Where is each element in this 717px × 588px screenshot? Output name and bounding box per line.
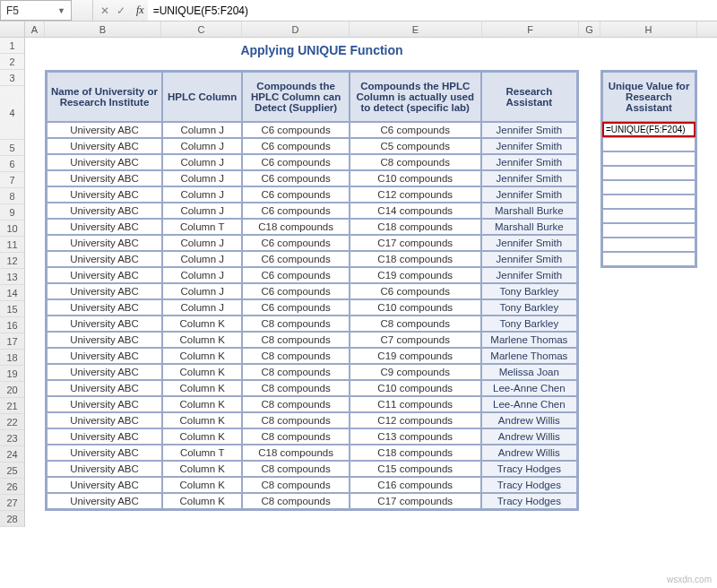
cell-b[interactable]: University ABC xyxy=(47,380,162,396)
row-header-6[interactable]: 6 xyxy=(0,156,24,172)
cell-f[interactable]: Marlene Thomas xyxy=(481,348,577,364)
cell-f[interactable]: Jennifer Smith xyxy=(481,170,577,186)
cell-d[interactable]: C6 compounds xyxy=(242,235,349,251)
unique-empty-cell[interactable] xyxy=(602,238,695,252)
cell-c[interactable]: Column J xyxy=(162,267,242,283)
cell-e[interactable]: C6 compounds xyxy=(350,122,481,138)
cell-c[interactable]: Column J xyxy=(162,138,242,154)
cell-b[interactable]: University ABC xyxy=(47,203,162,219)
cell-b[interactable]: University ABC xyxy=(47,122,162,138)
cell-d[interactable]: C8 compounds xyxy=(242,428,349,445)
cell-c[interactable]: Column J xyxy=(162,283,242,299)
cell-f[interactable]: Jennifer Smith xyxy=(481,186,577,203)
cell-c[interactable]: Column K xyxy=(162,428,242,445)
cell-f[interactable]: Tony Barkley xyxy=(481,299,577,316)
cell-d[interactable]: C6 compounds xyxy=(242,170,349,186)
cell-b[interactable]: University ABC xyxy=(47,170,162,186)
cell-c[interactable]: Column K xyxy=(162,364,242,380)
cell-e[interactable]: C5 compounds xyxy=(350,138,481,154)
cancel-icon[interactable]: ✕ xyxy=(100,4,109,17)
column-header-a[interactable]: A xyxy=(25,22,45,37)
cell-e[interactable]: C9 compounds xyxy=(350,364,481,380)
cell-c[interactable]: Column T xyxy=(162,445,242,461)
cell-b[interactable]: University ABC xyxy=(47,299,162,316)
cell-f[interactable]: Lee-Anne Chen xyxy=(481,380,577,396)
cell-d[interactable]: C6 compounds xyxy=(242,138,349,154)
cell-b[interactable]: University ABC xyxy=(47,493,162,509)
cell-b[interactable]: University ABC xyxy=(47,138,162,154)
fx-icon[interactable]: fx xyxy=(133,0,148,21)
cell-d[interactable]: C6 compounds xyxy=(242,283,349,299)
row-header-17[interactable]: 17 xyxy=(0,333,24,350)
cell-d[interactable]: C6 compounds xyxy=(242,267,349,283)
column-header-g[interactable]: G xyxy=(579,22,600,37)
column-header-c[interactable]: C xyxy=(161,22,242,37)
cell-e[interactable]: C17 compounds xyxy=(350,493,481,509)
cell-c[interactable]: Column K xyxy=(162,396,242,412)
unique-empty-cell[interactable] xyxy=(602,195,695,209)
cell-e[interactable]: C19 compounds xyxy=(350,267,481,283)
cell-b[interactable]: University ABC xyxy=(47,186,162,203)
cell-f[interactable]: Andrew Willis xyxy=(481,412,577,428)
row-header-21[interactable]: 21 xyxy=(0,398,24,414)
cell-d[interactable]: C8 compounds xyxy=(242,493,349,509)
cell-e[interactable]: C15 compounds xyxy=(350,461,481,477)
cell-b[interactable]: University ABC xyxy=(47,332,162,348)
cell-c[interactable]: Column K xyxy=(162,348,242,364)
row-header-28[interactable]: 28 xyxy=(0,511,24,527)
cell-c[interactable]: Column J xyxy=(162,299,242,316)
cell-f[interactable]: Jennifer Smith xyxy=(481,267,577,283)
cell-d[interactable]: C8 compounds xyxy=(242,477,349,493)
row-header-23[interactable]: 23 xyxy=(0,430,24,446)
cell-f[interactable]: Tracy Hodges xyxy=(481,461,577,477)
cell-d[interactable]: C8 compounds xyxy=(242,380,349,396)
cell-f[interactable]: Tracy Hodges xyxy=(481,493,577,509)
grid[interactable]: Applying UNIQUE Function Name of Univers… xyxy=(25,38,717,527)
cell-d[interactable]: C6 compounds xyxy=(242,251,349,267)
cell-d[interactable]: C8 compounds xyxy=(242,412,349,428)
select-all-corner[interactable] xyxy=(0,22,25,37)
cell-d[interactable]: C6 compounds xyxy=(242,203,349,219)
formula-input[interactable] xyxy=(148,0,717,21)
column-header-e[interactable]: E xyxy=(350,22,482,37)
cell-c[interactable]: Column J xyxy=(162,235,242,251)
cell-d[interactable]: C8 compounds xyxy=(242,364,349,380)
cell-c[interactable]: Column J xyxy=(162,203,242,219)
cell-d[interactable]: C6 compounds xyxy=(242,122,349,138)
cell-e[interactable]: C10 compounds xyxy=(350,299,481,316)
cell-f[interactable]: Andrew Willis xyxy=(481,445,577,461)
column-header-f[interactable]: F xyxy=(482,22,579,37)
cell-b[interactable]: University ABC xyxy=(47,364,162,380)
cell-e[interactable]: C8 compounds xyxy=(350,154,481,170)
cell-e[interactable]: C8 compounds xyxy=(350,316,481,332)
cell-c[interactable]: Column J xyxy=(162,122,242,138)
cell-b[interactable]: University ABC xyxy=(47,235,162,251)
row-header-20[interactable]: 20 xyxy=(0,382,24,398)
cell-c[interactable]: Column K xyxy=(162,477,242,493)
cell-b[interactable]: University ABC xyxy=(47,461,162,477)
cell-f[interactable]: Tony Barkley xyxy=(481,316,577,332)
cell-f[interactable]: Marshall Burke xyxy=(481,219,577,235)
cell-f[interactable]: Tracy Hodges xyxy=(481,477,577,493)
row-header-24[interactable]: 24 xyxy=(0,446,24,463)
cell-b[interactable]: University ABC xyxy=(47,154,162,170)
cell-f[interactable]: Marshall Burke xyxy=(481,203,577,219)
cell-c[interactable]: Column T xyxy=(162,219,242,235)
cell-b[interactable]: University ABC xyxy=(47,316,162,332)
cell-c[interactable]: Column K xyxy=(162,461,242,477)
unique-empty-cell[interactable] xyxy=(602,180,695,195)
row-header-7[interactable]: 7 xyxy=(0,172,24,188)
row-header-10[interactable]: 10 xyxy=(0,220,24,237)
cell-b[interactable]: University ABC xyxy=(47,251,162,267)
cell-b[interactable]: University ABC xyxy=(47,283,162,299)
row-header-15[interactable]: 15 xyxy=(0,301,24,317)
cell-e[interactable]: C13 compounds xyxy=(350,428,481,445)
cell-d[interactable]: C8 compounds xyxy=(242,396,349,412)
cell-c[interactable]: Column K xyxy=(162,316,242,332)
cell-e[interactable]: C10 compounds xyxy=(350,380,481,396)
cell-e[interactable]: C12 compounds xyxy=(350,186,481,203)
row-header-1[interactable]: 1 xyxy=(0,38,24,54)
cell-e[interactable]: C12 compounds xyxy=(350,412,481,428)
cell-c[interactable]: Column K xyxy=(162,493,242,509)
row-header-18[interactable]: 18 xyxy=(0,350,24,366)
